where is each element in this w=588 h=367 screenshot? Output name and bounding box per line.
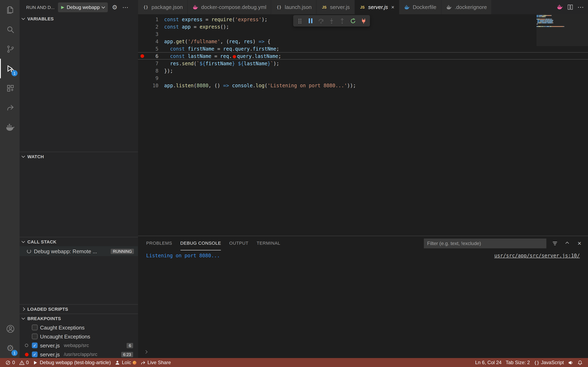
status-tab-size-2[interactable]: Tab Size: 2	[504, 358, 532, 367]
breakpoint-checkbox[interactable]	[32, 325, 38, 330]
tab-package.json[interactable]: {}package.json	[138, 0, 188, 14]
section-label: VARIABLES	[27, 16, 54, 21]
debug-gear-icon[interactable]: ⚙	[111, 3, 118, 11]
section-label: LOADED SCRIPTS	[27, 307, 68, 312]
status-label: Tab Size: 2	[506, 360, 530, 365]
panel-tab-problems[interactable]: PROBLEMS	[146, 236, 172, 250]
code-line[interactable]: 8});	[138, 67, 588, 74]
gutter-glyph-margin[interactable]	[138, 16, 146, 22]
session-status-badge: RUNNING	[111, 249, 134, 254]
disconnect-button[interactable]	[359, 16, 368, 26]
code-line[interactable]: 7 res.send(`${firstName} ${lastName}`);	[138, 59, 588, 67]
breakpoint-dot[interactable]	[140, 54, 144, 58]
step-over-button[interactable]	[316, 16, 326, 26]
breakpoint-checkbox[interactable]: ✓	[32, 342, 38, 348]
activity-extensions[interactable]	[0, 78, 20, 98]
debug-config-picker[interactable]: ▶ Debug webapp	[58, 2, 108, 12]
minimap[interactable]	[536, 15, 582, 27]
call-stack-session-row[interactable]: Debug webapp: Remote ... RUNNING	[20, 246, 138, 256]
emoji-icon	[133, 361, 136, 364]
docker-compose-file-icon	[192, 4, 199, 10]
line-number: 8	[146, 67, 158, 74]
tab-.dockerignore[interactable]: .dockerignore	[441, 0, 492, 14]
section-header-breakpoints[interactable]: BREAKPOINTS	[20, 314, 138, 323]
split-editor-icon[interactable]	[567, 4, 573, 10]
code-editor[interactable]: 1const express = require('express');2con…	[138, 14, 588, 236]
section-header-call-stack[interactable]: CALL STACK	[20, 237, 138, 246]
tab-label: .dockerignore	[455, 4, 487, 10]
gutter-glyph-margin[interactable]	[138, 31, 146, 37]
drag-handle[interactable]	[295, 16, 305, 26]
code-line[interactable]: 5 const firstName = req.query.firstNme;	[138, 45, 588, 52]
step-into-button[interactable]	[327, 16, 337, 26]
activity-docker[interactable]	[0, 117, 20, 137]
activity-explorer[interactable]	[0, 0, 20, 20]
status-person[interactable]: Loïc	[113, 358, 138, 367]
status-label: JavaScript	[541, 360, 564, 365]
exception-breakpoint-row[interactable]: Caught Exceptions	[20, 323, 138, 332]
activity-search[interactable]	[0, 20, 20, 39]
gutter-glyph-margin[interactable]	[138, 67, 146, 74]
tab-docker-compose.debug.yml[interactable]: docker-compose.debug.yml	[188, 0, 271, 14]
status-braces[interactable]: {}JavaScript	[532, 358, 566, 367]
section-header-loaded-scripts[interactable]: LOADED SCRIPTS	[20, 305, 138, 314]
console-source-link[interactable]: usr/src/app/src/server.js:10/	[494, 253, 580, 259]
status-feedback[interactable]	[566, 358, 575, 367]
activity-settings[interactable]: ⚙1	[0, 338, 20, 358]
panel-tab-output[interactable]: OUTPUT	[229, 236, 249, 250]
pause-button[interactable]	[305, 16, 315, 26]
debug-console[interactable]: Listening on port 8080... usr/src/app/sr…	[138, 250, 588, 358]
status-error[interactable]: 0	[3, 358, 17, 367]
tab-Dockerfile[interactable]: Dockerfile	[399, 0, 441, 14]
gutter-glyph-margin[interactable]	[138, 75, 146, 81]
start-debug-icon[interactable]: ▶	[61, 5, 64, 9]
section-header-variables[interactable]: VARIABLES	[20, 14, 138, 23]
gutter-glyph-margin[interactable]	[138, 60, 146, 67]
breakpoint-row[interactable]: ✓server.js/usr/src/app/src6:23	[20, 350, 138, 358]
step-out-button[interactable]	[337, 16, 347, 26]
dockerfile-icon	[404, 4, 410, 10]
activity-account[interactable]	[0, 319, 20, 338]
code-line[interactable]: 9	[138, 74, 588, 82]
restart-button[interactable]	[348, 16, 358, 26]
activity-live-share[interactable]	[0, 98, 20, 117]
gutter-glyph-margin[interactable]	[138, 38, 146, 44]
code-line[interactable]: 10app.listen(8080, () => console.log('Li…	[138, 82, 588, 89]
sidebar-header: RUN AND D... ▶ Debug webapp ⚙ ⋯	[20, 0, 138, 14]
status-bell[interactable]	[575, 358, 585, 367]
code-line[interactable]: 6 const lastName = req.query.lastName;	[138, 52, 588, 59]
exception-breakpoint-row[interactable]: Uncaught Exceptions	[20, 332, 138, 341]
tab-server.js[interactable]: JSserver.js	[316, 0, 355, 14]
close-panel-icon[interactable]: ×	[576, 240, 583, 247]
live-share-icon	[140, 360, 146, 365]
tab-server.js[interactable]: JSserver.js×	[355, 0, 399, 14]
breakpoint-checkbox[interactable]: ✓	[32, 351, 38, 357]
console-input-chevron[interactable]	[145, 349, 147, 354]
breakpoint-checkbox[interactable]	[32, 334, 38, 339]
more-actions-icon[interactable]: ⋯	[577, 3, 584, 11]
status-warning[interactable]: 0	[17, 358, 31, 367]
gutter-glyph-margin[interactable]	[138, 23, 146, 30]
status-label: Loïc	[122, 360, 131, 365]
gutter-glyph-margin[interactable]	[138, 45, 146, 52]
panel-tab-terminal[interactable]: TERMINAL	[257, 236, 280, 250]
code-line[interactable]: 4app.get('/fullname', (req, res) => {	[138, 38, 588, 45]
status-ln-6-col-24[interactable]: Ln 6, Col 24	[473, 358, 503, 367]
gutter-glyph-margin[interactable]	[138, 53, 146, 59]
compose-action-icon[interactable]	[557, 4, 563, 10]
panel-tab-debug-console[interactable]: DEBUG CONSOLE	[180, 236, 221, 250]
status-debug[interactable]: Debug webapp (test-blog-article)	[31, 358, 113, 367]
more-actions-icon[interactable]: ⋯	[121, 3, 129, 11]
activity-source-control[interactable]	[0, 39, 20, 59]
filter-options-icon[interactable]	[551, 240, 559, 247]
code-line[interactable]: 3	[138, 30, 588, 38]
close-icon[interactable]: ×	[391, 4, 394, 10]
tab-launch.json[interactable]: {}launch.json	[271, 0, 317, 14]
console-filter-input[interactable]	[424, 238, 546, 248]
gutter-glyph-margin[interactable]	[138, 82, 146, 89]
activity-run-and-debug[interactable]: 1	[0, 59, 20, 78]
breakpoint-row[interactable]: ✓server.jswebapp/src6	[20, 341, 138, 350]
section-header-watch[interactable]: WATCH	[20, 152, 138, 161]
maximize-panel-icon[interactable]	[563, 240, 571, 247]
status-live-share[interactable]: Live Share	[138, 358, 173, 367]
